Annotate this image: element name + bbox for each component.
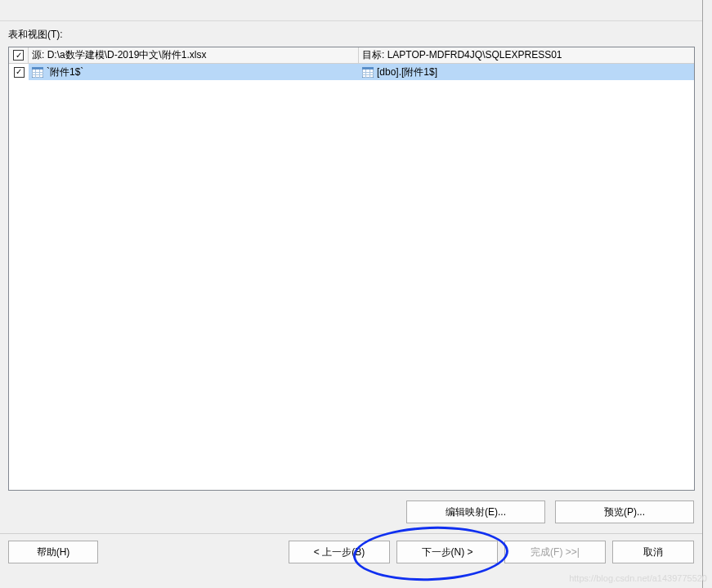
next-button[interactable]: 下一步(N) >	[396, 541, 498, 563]
finish-button: 完成(F) >>|	[504, 541, 606, 563]
row-checkbox[interactable]: ✓	[14, 67, 25, 78]
table-row[interactable]: ✓ `附件1$`	[9, 64, 694, 80]
tables-list: ✓ 源: D:\a数学建模\D-2019中文\附件1.xlsx 目标: LAPT…	[8, 47, 695, 491]
back-button[interactable]: < 上一步(B)	[289, 541, 390, 563]
svg-rect-7	[362, 67, 374, 70]
edit-mapping-button[interactable]: 编辑映射(E)...	[406, 500, 545, 523]
worksheet-icon	[32, 67, 43, 78]
header-source-column[interactable]: 源: D:\a数学建模\D-2019中文\附件1.xlsx	[29, 47, 359, 63]
row-source-text: `附件1$`	[47, 65, 83, 79]
row-source-cell: `附件1$`	[29, 64, 359, 80]
content-area: 表和视图(T): ✓ 源: D:\a数学建模\D-2019中文\附件1.xlsx…	[0, 21, 702, 491]
header-source-text: 源: D:\a数学建模\D-2019中文\附件1.xlsx	[32, 48, 206, 62]
title-bar	[0, 0, 702, 21]
header-target-text: 目标: LAPTOP-MDFRD4JQ\SQLEXPRESS01	[362, 48, 562, 62]
row-target-text: [dbo].[附件1$]	[377, 65, 437, 79]
table-header-row: ✓ 源: D:\a数学建模\D-2019中文\附件1.xlsx 目标: LAPT…	[9, 47, 694, 64]
row-target-cell: [dbo].[附件1$]	[359, 64, 694, 80]
header-select-all-cell[interactable]: ✓	[9, 47, 29, 63]
header-target-column[interactable]: 目标: LAPTOP-MDFRD4JQ\SQLEXPRESS01	[359, 47, 694, 63]
table-icon	[362, 67, 374, 78]
select-all-checkbox[interactable]: ✓	[13, 50, 24, 61]
help-button[interactable]: 帮助(H)	[8, 541, 98, 563]
action-button-row: 编辑映射(E)... 预览(P)...	[0, 491, 702, 533]
watermark-text: https://blog.csdn.net/a1439775520	[569, 573, 707, 583]
preview-button[interactable]: 预览(P)...	[555, 500, 694, 523]
svg-rect-1	[32, 67, 43, 70]
cancel-button[interactable]: 取消	[612, 541, 694, 563]
tables-views-label: 表和视图(T):	[8, 28, 694, 42]
nav-button-row: 帮助(H) < 上一步(B) 下一步(N) > 完成(F) >>| 取消	[0, 533, 702, 570]
row-checkbox-cell[interactable]: ✓	[9, 64, 29, 80]
wizard-window: 表和视图(T): ✓ 源: D:\a数学建模\D-2019中文\附件1.xlsx…	[0, 0, 703, 588]
